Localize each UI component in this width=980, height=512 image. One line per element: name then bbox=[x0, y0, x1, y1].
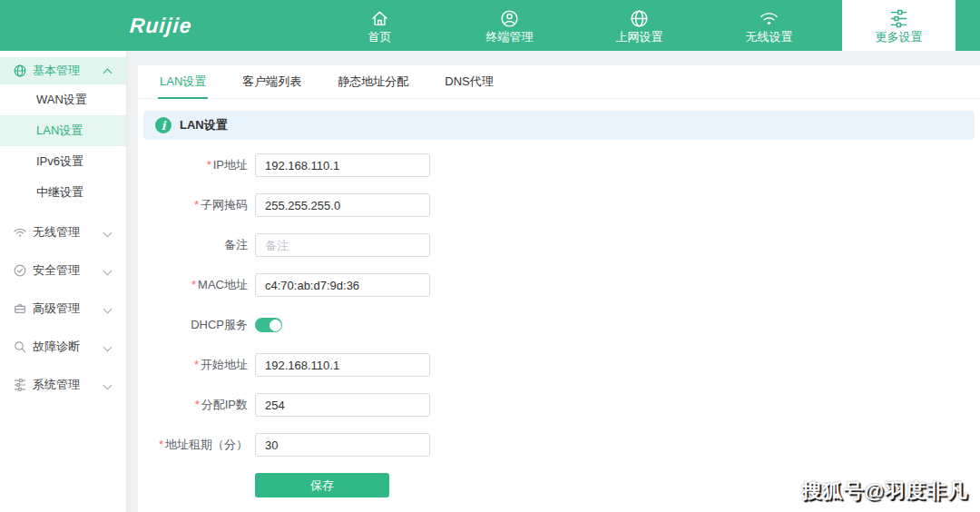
top-header: Ruijie 首页 终端管理 上网设置 无线设置 bbox=[0, 0, 980, 51]
form-row-ip-count: *分配IP数 bbox=[138, 393, 980, 417]
field-label: 备注 bbox=[138, 237, 255, 253]
tab-label: LAN设置 bbox=[160, 74, 206, 90]
settings-card: LAN设置 客户端列表 静态地址分配 DNS代理 i LAN设置 *IP地址 *… bbox=[138, 65, 980, 512]
wifi-icon bbox=[13, 225, 27, 240]
globe-icon bbox=[13, 64, 27, 78]
sidebar-group-advanced-mgmt[interactable]: 高级管理 bbox=[0, 295, 126, 322]
tab-dns-proxy[interactable]: DNS代理 bbox=[443, 65, 495, 98]
field-label: *MAC地址 bbox=[138, 277, 255, 293]
required-mark: * bbox=[195, 398, 200, 411]
sidebar-item-relay-settings[interactable]: 中继设置 bbox=[0, 177, 126, 208]
nav-label: 上网设置 bbox=[616, 31, 663, 44]
required-mark: * bbox=[194, 198, 199, 212]
nav-label: 无线设置 bbox=[746, 31, 793, 44]
form-row-ip-address: *IP地址 bbox=[138, 153, 980, 177]
field-label: *开始地址 bbox=[138, 357, 255, 373]
top-navigation: 首页 终端管理 上网设置 无线设置 bbox=[315, 0, 964, 51]
nav-label: 终端管理 bbox=[486, 31, 534, 44]
field-label: *子网掩码 bbox=[138, 197, 255, 213]
sidebar-group-label: 基本管理 bbox=[33, 63, 80, 79]
nav-item-terminal-mgmt[interactable]: 终端管理 bbox=[453, 0, 566, 51]
home-icon bbox=[369, 8, 390, 29]
sidebar-group-system-mgmt[interactable]: 系统管理 bbox=[0, 371, 126, 399]
allocated-ip-count-field[interactable] bbox=[255, 393, 430, 417]
tab-bar: LAN设置 客户端列表 静态地址分配 DNS代理 bbox=[138, 65, 980, 99]
sidebar-group-wireless-mgmt[interactable]: 无线管理 bbox=[0, 219, 126, 246]
sidebar-group-label: 无线管理 bbox=[33, 224, 80, 241]
remark-field[interactable] bbox=[255, 233, 430, 257]
lease-time-field[interactable] bbox=[255, 433, 430, 457]
sidebar-item-label: IPv6设置 bbox=[36, 153, 83, 170]
shield-check-icon bbox=[13, 263, 27, 278]
field-label: *IP地址 bbox=[138, 157, 255, 173]
sidebar-item-label: 中继设置 bbox=[36, 184, 83, 201]
field-label: DHCP服务 bbox=[138, 317, 255, 333]
briefcase-icon bbox=[13, 301, 27, 316]
sidebar: 基本管理 WAN设置 LAN设置 IPv6设置 中继设置 无线管理 安全管理 bbox=[0, 51, 127, 512]
content-area: LAN设置 客户端列表 静态地址分配 DNS代理 i LAN设置 *IP地址 *… bbox=[127, 51, 980, 512]
nav-item-home[interactable]: 首页 bbox=[323, 0, 436, 51]
info-icon: i bbox=[155, 117, 172, 133]
subnet-mask-field[interactable] bbox=[255, 193, 430, 217]
ip-address-field[interactable] bbox=[255, 153, 430, 177]
form-row-mac-address: *MAC地址 bbox=[138, 273, 980, 297]
sliders-icon bbox=[888, 8, 909, 29]
sidebar-item-label: WAN设置 bbox=[36, 92, 87, 108]
dhcp-toggle[interactable] bbox=[255, 318, 282, 332]
save-button[interactable]: 保存 bbox=[255, 473, 389, 497]
required-mark: * bbox=[191, 278, 196, 291]
sidebar-item-ipv6-settings[interactable]: IPv6设置 bbox=[0, 146, 126, 177]
nav-label: 更多设置 bbox=[876, 31, 923, 44]
form-row-start-address: *开始地址 bbox=[138, 353, 980, 377]
sidebar-item-lan-settings[interactable]: LAN设置 bbox=[0, 115, 126, 146]
field-label: *分配IP数 bbox=[138, 397, 255, 413]
sidebar-group-security-mgmt[interactable]: 安全管理 bbox=[0, 257, 126, 284]
sidebar-group-label: 高级管理 bbox=[33, 300, 80, 317]
watermark-text: 搜狐号@羽度非凡 bbox=[802, 478, 968, 505]
form-row-remark: 备注 bbox=[138, 233, 980, 257]
start-address-field[interactable] bbox=[255, 353, 430, 377]
tab-lan-settings[interactable]: LAN设置 bbox=[158, 65, 208, 98]
tab-label: 静态地址分配 bbox=[338, 74, 408, 90]
chevron-down-icon bbox=[103, 229, 113, 238]
chevron-down-icon bbox=[103, 267, 113, 276]
required-mark: * bbox=[194, 358, 199, 371]
sliders-icon bbox=[13, 378, 27, 392]
sidebar-group-label: 安全管理 bbox=[33, 262, 80, 279]
mac-address-field[interactable] bbox=[255, 273, 430, 297]
chevron-down-icon bbox=[103, 381, 113, 390]
lan-settings-form: *IP地址 *子网掩码 备注 *MAC地址 DHCP服务 bbox=[138, 140, 980, 497]
required-mark: * bbox=[207, 158, 211, 172]
sidebar-submenu-basic: WAN设置 LAN设置 IPv6设置 中继设置 bbox=[0, 84, 126, 208]
chevron-down-icon bbox=[103, 305, 113, 314]
nav-label: 首页 bbox=[368, 31, 392, 44]
form-row-dhcp-service: DHCP服务 bbox=[138, 313, 980, 337]
form-row-subnet-mask: *子网掩码 bbox=[138, 193, 980, 217]
chevron-up-icon bbox=[103, 69, 113, 78]
tab-static-address[interactable]: 静态地址分配 bbox=[336, 65, 410, 98]
tab-label: 客户端列表 bbox=[242, 74, 301, 90]
banner-title: LAN设置 bbox=[180, 117, 228, 133]
sidebar-item-wan-settings[interactable]: WAN设置 bbox=[0, 84, 126, 115]
tab-client-list[interactable]: 客户端列表 bbox=[240, 65, 303, 98]
field-label: *地址租期（分） bbox=[138, 437, 255, 453]
form-row-lease-time: *地址租期（分） bbox=[138, 433, 980, 457]
sidebar-group-fault-diagnosis[interactable]: 故障诊断 bbox=[0, 333, 126, 360]
nav-item-more-settings[interactable]: 更多设置 bbox=[842, 0, 956, 51]
required-mark: * bbox=[159, 438, 163, 451]
magnifier-icon bbox=[13, 340, 27, 354]
user-icon bbox=[499, 8, 520, 29]
toggle-knob bbox=[270, 320, 281, 331]
sidebar-group-label: 系统管理 bbox=[33, 377, 80, 393]
info-banner: i LAN设置 bbox=[143, 111, 975, 140]
tab-label: DNS代理 bbox=[445, 74, 493, 90]
globe-icon bbox=[629, 8, 650, 29]
nav-item-wireless-settings[interactable]: 无线设置 bbox=[712, 0, 826, 51]
sidebar-group-label: 故障诊断 bbox=[33, 339, 80, 355]
sidebar-group-basic-mgmt[interactable]: 基本管理 bbox=[0, 57, 126, 84]
nav-item-internet-settings[interactable]: 上网设置 bbox=[583, 0, 696, 51]
chevron-down-icon bbox=[103, 343, 113, 352]
wifi-icon bbox=[759, 8, 779, 29]
sidebar-item-label: LAN设置 bbox=[36, 123, 83, 139]
brand-logo: Ruijie bbox=[128, 0, 194, 51]
